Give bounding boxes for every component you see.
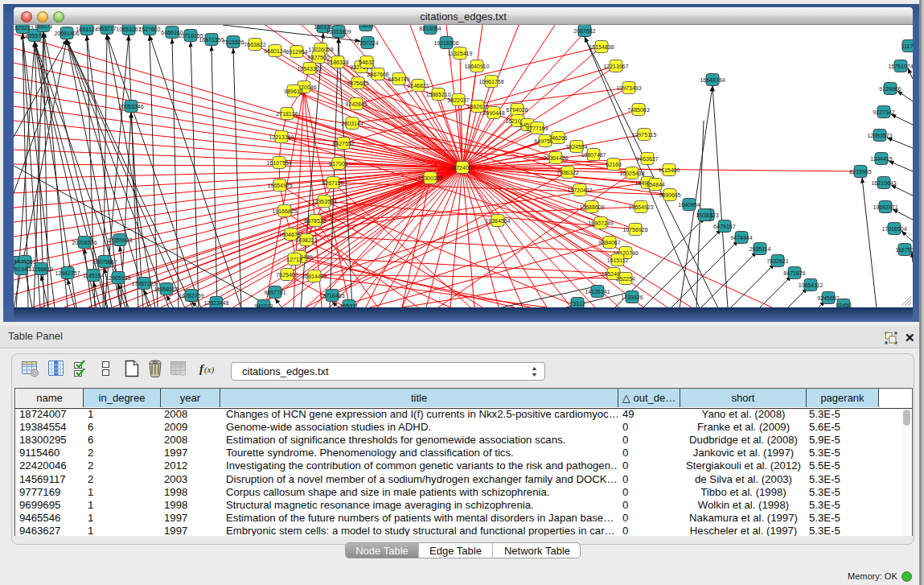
svg-text:10654112: 10654112 xyxy=(799,282,823,288)
svg-text:1244415: 1244415 xyxy=(870,156,892,162)
svg-text:9474444: 9474444 xyxy=(730,235,752,241)
svg-text:14055721: 14055721 xyxy=(22,33,47,39)
svg-text:17359928: 17359928 xyxy=(107,237,132,243)
svg-text:7357224: 7357224 xyxy=(356,40,378,46)
svg-text:19654925: 19654925 xyxy=(267,183,292,188)
svg-text:10853267: 10853267 xyxy=(116,27,141,32)
svg-text:17016504: 17016504 xyxy=(881,226,906,232)
svg-text:7485063: 7485063 xyxy=(627,107,649,113)
svg-text:16154838: 16154838 xyxy=(589,44,614,50)
svg-text:12353594: 12353594 xyxy=(311,199,336,204)
svg-text:19384554: 19384554 xyxy=(485,218,510,224)
svg-text:9884067: 9884067 xyxy=(598,240,620,245)
svg-text:7886322: 7886322 xyxy=(556,170,578,175)
svg-text:16782759: 16782759 xyxy=(179,293,203,299)
svg-text:16648784: 16648784 xyxy=(700,77,725,83)
svg-text:15716485: 15716485 xyxy=(319,293,344,299)
svg-text:154844: 154844 xyxy=(646,182,664,187)
svg-text:9875685: 9875685 xyxy=(347,80,368,86)
svg-text:12713: 12713 xyxy=(286,257,302,262)
svg-text:9857791: 9857791 xyxy=(264,290,285,295)
svg-text:19218506: 19218506 xyxy=(433,40,458,46)
svg-text:12923448: 12923448 xyxy=(203,300,228,306)
svg-text:9463627: 9463627 xyxy=(636,156,658,162)
svg-text:11958107: 11958107 xyxy=(154,286,179,292)
svg-text:8990448: 8990448 xyxy=(483,110,504,116)
svg-text:16033809: 16033809 xyxy=(326,29,351,35)
svg-text:8678532: 8678532 xyxy=(304,218,326,224)
svg-text:18907249: 18907249 xyxy=(588,220,613,226)
svg-text:1527602: 1527602 xyxy=(138,27,160,32)
svg-text:12942757: 12942757 xyxy=(55,270,80,276)
svg-text:19654923: 19654923 xyxy=(628,204,653,210)
svg-text:16543362: 16543362 xyxy=(297,66,322,72)
svg-text:7625402: 7625402 xyxy=(276,272,298,278)
svg-text:9777169: 9777169 xyxy=(526,126,548,131)
svg-text:7515526: 7515526 xyxy=(222,39,244,45)
svg-text:6794028: 6794028 xyxy=(506,107,528,113)
svg-text:10025438: 10025438 xyxy=(619,171,644,176)
svg-text:20053346: 20053346 xyxy=(118,104,143,109)
svg-text:9660124: 9660124 xyxy=(264,48,285,54)
svg-text:8186328: 8186328 xyxy=(326,60,348,65)
svg-text:9227342: 9227342 xyxy=(873,109,894,115)
svg-text:9115460: 9115460 xyxy=(659,167,680,173)
svg-text:19166825: 19166825 xyxy=(272,208,297,214)
svg-text:8267150: 8267150 xyxy=(322,180,343,186)
svg-text:14136141: 14136141 xyxy=(585,289,610,295)
svg-text:15300295: 15300295 xyxy=(417,175,442,181)
svg-text:19692971: 19692971 xyxy=(873,204,897,210)
svg-text:165071: 165071 xyxy=(34,25,52,29)
svg-text:89383: 89383 xyxy=(696,212,713,218)
svg-text:3824554: 3824554 xyxy=(565,144,587,150)
svg-text:963217: 963217 xyxy=(97,26,116,31)
svg-text:10973493: 10973493 xyxy=(616,85,641,91)
svg-text:16914479: 16914479 xyxy=(302,274,326,279)
svg-text:3822037: 3822037 xyxy=(447,97,469,103)
svg-text:16961758: 16961758 xyxy=(478,79,503,84)
svg-text:8454749: 8454749 xyxy=(388,76,409,82)
svg-text:1615112: 1615112 xyxy=(607,257,629,263)
svg-text:9245652: 9245652 xyxy=(817,295,839,301)
svg-text:10756928: 10756928 xyxy=(622,227,647,233)
svg-text:16210643: 16210643 xyxy=(871,180,896,186)
svg-text:11325419: 11325419 xyxy=(448,51,473,56)
svg-text:1145194: 1145194 xyxy=(83,273,105,278)
svg-text:16107554: 16107554 xyxy=(266,160,291,166)
svg-text:2935114: 2935114 xyxy=(749,246,771,252)
svg-text:2803144: 2803144 xyxy=(341,121,363,126)
svg-text:12975115: 12975115 xyxy=(632,132,657,138)
svg-text:11173: 11173 xyxy=(901,43,913,49)
svg-text:12905135: 12905135 xyxy=(105,275,130,281)
svg-text:3498222: 3498222 xyxy=(295,237,317,243)
svg-text:1653124: 1653124 xyxy=(76,27,97,32)
svg-text:12213967: 12213967 xyxy=(603,64,628,69)
svg-text:18724007: 18724007 xyxy=(450,165,474,171)
svg-text:15885210: 15885210 xyxy=(425,92,450,97)
svg-text:746266: 746266 xyxy=(548,135,567,141)
svg-text:817001: 817001 xyxy=(329,161,347,167)
svg-text:2867608: 2867608 xyxy=(367,72,388,77)
svg-text:9899695: 9899695 xyxy=(659,192,680,198)
svg-text:6479197: 6479197 xyxy=(713,224,735,229)
svg-text:1733426: 1733426 xyxy=(621,295,643,300)
svg-text:75633: 75633 xyxy=(358,25,374,28)
svg-text:12213369: 12213369 xyxy=(269,134,294,140)
svg-text:(x): (x) xyxy=(204,365,215,375)
svg-text:20364436: 20364436 xyxy=(543,155,568,161)
svg-text:1362615: 1362615 xyxy=(466,104,488,109)
svg-text:15720407: 15720407 xyxy=(567,187,592,193)
svg-text:10975867: 10975867 xyxy=(92,259,117,265)
svg-text:10688609: 10688609 xyxy=(579,204,604,210)
svg-text:1640954: 1640954 xyxy=(678,202,700,208)
svg-text:7632621: 7632621 xyxy=(766,258,788,264)
svg-text:16671355: 16671355 xyxy=(199,37,224,43)
svg-text:8471676: 8471676 xyxy=(783,270,805,276)
svg-text:2087682: 2087682 xyxy=(573,28,595,34)
svg-text:391940: 391940 xyxy=(14,266,31,272)
svg-text:62160: 62160 xyxy=(606,162,622,167)
svg-text:17957225: 17957225 xyxy=(131,281,156,286)
svg-text:12093573: 12093573 xyxy=(867,133,892,138)
svg-text:9242845: 9242845 xyxy=(345,101,367,107)
svg-text:2718126: 2718126 xyxy=(276,111,298,117)
